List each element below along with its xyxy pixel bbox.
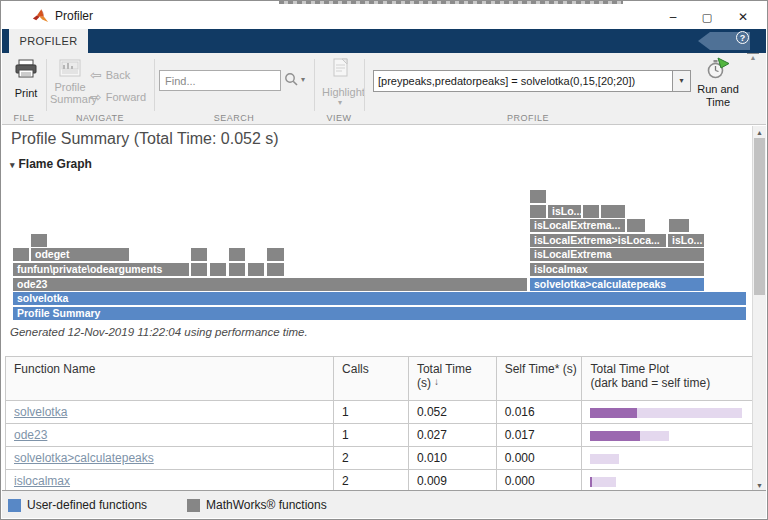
function-link[interactable]: solvelotka>calculatepeaks: [14, 451, 154, 465]
flame-box[interactable]: [210, 263, 226, 276]
column-header-function-name[interactable]: Function Name: [6, 357, 334, 400]
flame-box[interactable]: islocalmax: [530, 263, 704, 276]
flame-box[interactable]: [601, 205, 625, 218]
section-divider: [154, 59, 155, 111]
flame-box[interactable]: isLocalExtrema>isLoca...: [530, 234, 666, 247]
profile-command-input[interactable]: [374, 71, 673, 91]
flame-box[interactable]: isLo...: [668, 234, 704, 247]
total-time-plot-cell: [582, 401, 754, 423]
function-link[interactable]: islocalmax: [14, 474, 70, 488]
column-header-calls[interactable]: Calls: [334, 357, 409, 400]
main-content: Profile Summary (Total Time: 0.052 s) ▾F…: [2, 126, 754, 492]
close-button[interactable]: ✕: [726, 6, 760, 28]
flame-box[interactable]: [267, 248, 284, 261]
back-arrow-icon: ⇦: [90, 67, 102, 83]
flame-box[interactable]: [530, 205, 546, 218]
vertical-scrollbar[interactable]: ▲ ▼: [752, 126, 766, 492]
generated-note: Generated 12-Nov-2019 11:22:04 using per…: [10, 326, 308, 338]
table-cell: 0.016: [497, 401, 583, 423]
flame-box[interactable]: [669, 219, 689, 232]
flame-box[interactable]: solvelotka>calculatepeaks: [530, 278, 704, 291]
run-and-time-button[interactable]: Run and Time: [692, 57, 744, 109]
forward-label: Forward: [106, 91, 146, 103]
section-label-profile: PROFILE: [364, 113, 692, 123]
legend-swatch: [187, 499, 200, 512]
tab-profiler[interactable]: PROFILER: [9, 29, 88, 53]
flame-box[interactable]: [530, 190, 546, 203]
table-cell: 2: [334, 470, 409, 492]
scroll-down-icon[interactable]: ▼: [753, 482, 766, 489]
combo-dropdown-caret-icon[interactable]: ▾: [672, 71, 690, 91]
flame-box[interactable]: [267, 263, 284, 276]
total-time-plot-cell: [582, 447, 754, 469]
flame-box[interactable]: isLocalExtrema...: [530, 219, 625, 232]
stopwatch-icon: [706, 57, 730, 81]
minimize-button[interactable]: –: [656, 6, 690, 28]
run-and-time-label2: Time: [692, 96, 744, 109]
table-cell: 1: [334, 424, 409, 446]
function-link[interactable]: ode23: [14, 428, 47, 442]
highlight-button[interactable]: Highlight ▾: [322, 58, 358, 106]
table-cell: 1: [334, 401, 409, 423]
flame-box[interactable]: solvelotka: [13, 292, 746, 305]
scroll-up-icon[interactable]: ▲: [753, 129, 766, 136]
flame-box[interactable]: [583, 205, 599, 218]
section-label-search: SEARCH: [154, 113, 314, 123]
table-cell: 0.009: [409, 470, 497, 492]
flame-box[interactable]: [627, 219, 645, 232]
minimize-toolstrip-icon[interactable]: ▲: [747, 53, 759, 62]
search-options-caret-icon[interactable]: ▾: [301, 75, 305, 84]
back-button[interactable]: ⇦ Back: [90, 67, 130, 83]
scrollbar-thumb[interactable]: [754, 138, 765, 295]
legend-label: User-defined functions: [27, 498, 147, 512]
flame-box[interactable]: Profile Summary: [13, 307, 746, 320]
legend-item: MathWorks® functions: [187, 498, 327, 512]
maximize-button[interactable]: ▢: [690, 6, 724, 28]
profile-summary-icon: [59, 59, 81, 77]
search-icon[interactable]: [284, 72, 298, 86]
flame-box[interactable]: [248, 263, 264, 276]
table-cell: 0.000: [497, 470, 583, 492]
matlab-logo-icon: [32, 8, 49, 24]
profile-summary-button[interactable]: Profile Summary: [50, 59, 90, 105]
flame-box[interactable]: [31, 234, 47, 247]
search-input[interactable]: [159, 70, 281, 91]
flame-box[interactable]: odeget: [31, 248, 129, 261]
toolbar: Print Profile Summary ⇦ Back ⇨: [2, 53, 766, 125]
ribbon-tab-bar: PROFILER ?: [2, 29, 766, 53]
table-cell: 0.000: [497, 447, 583, 469]
sort-descending-icon: ↓: [434, 376, 439, 387]
total-time-bar: [590, 454, 619, 464]
flame-box[interactable]: isLocalExtrema: [530, 248, 704, 261]
table-body: solvelotka10.0520.016ode2310.0270.017sol…: [6, 401, 754, 492]
table-cell: 0.017: [497, 424, 583, 446]
total-time-plot-cell: [582, 470, 754, 492]
back-label: Back: [106, 69, 130, 81]
flame-box[interactable]: ode23: [13, 278, 527, 291]
flame-box[interactable]: funfun\private\odearguments: [13, 263, 189, 276]
help-icon[interactable]: ?: [736, 31, 749, 44]
flame-box[interactable]: [229, 248, 245, 261]
column-header-total-time[interactable]: Total Time (s)↓: [409, 357, 497, 400]
total-time-plot-cell: [582, 424, 754, 446]
title-bar: Profiler – ▢ ✕: [2, 4, 766, 29]
flame-box[interactable]: [191, 263, 207, 276]
section-label-file: FILE: [2, 113, 46, 123]
function-link[interactable]: solvelotka: [14, 405, 67, 419]
flame-box[interactable]: [13, 248, 29, 261]
print-button[interactable]: Print: [8, 59, 44, 101]
column-header-self-time[interactable]: Self Time* (s): [497, 357, 583, 400]
flame-box[interactable]: isLo...: [548, 205, 581, 218]
self-time-band: [590, 477, 592, 487]
flame-box[interactable]: [191, 248, 207, 261]
flame-box[interactable]: [229, 263, 245, 276]
column-header-total-time-plot[interactable]: Total Time Plot (dark band = self time): [582, 357, 754, 400]
self-time-band: [590, 431, 640, 441]
section-divider: [314, 59, 315, 111]
section-label-view: VIEW: [314, 113, 364, 123]
window-title: Profiler: [55, 9, 93, 23]
section-divider: [364, 59, 365, 111]
forward-button[interactable]: ⇨ Forward: [90, 89, 146, 105]
table-row: solvelotka>calculatepeaks20.0100.000: [6, 447, 754, 470]
table-cell: 0.010: [409, 447, 497, 469]
